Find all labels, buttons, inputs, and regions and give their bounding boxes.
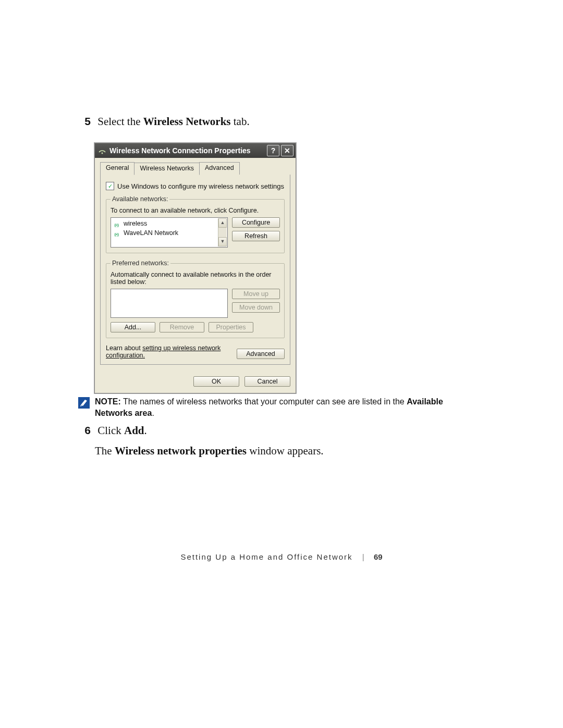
tab-strip: General Wireless Networks Advanced [100,162,290,175]
ok-button[interactable]: OK [193,376,239,387]
learn-about-text: Learn about setting up wireless network … [106,344,228,359]
note-text: NOTE: The names of wireless networks tha… [95,396,454,418]
svg-point-0 [102,153,103,154]
network-icon [114,220,120,227]
step-6-line1: Click Add. [97,424,147,437]
help-button[interactable]: ? [267,145,279,156]
available-hint: To connect to an available network, clic… [111,207,280,214]
refresh-button[interactable]: Refresh [232,231,280,241]
move-down-button: Move down [232,302,280,313]
footer-section: Setting Up a Home and Office Network [180,552,352,561]
preferred-legend: Preferred networks: [111,260,170,267]
preferred-networks-list[interactable] [111,289,228,318]
advanced-button[interactable]: Advanced [237,349,285,359]
step6-l2-pre: The [95,445,115,457]
tab-general[interactable]: General [100,162,134,175]
note-block: NOTE: The names of wireless networks tha… [78,396,454,418]
footer-divider: | [362,552,364,561]
step-5-number: 5 [77,114,91,128]
list-item[interactable]: WaveLAN Network [112,228,226,238]
available-networks-group: Available networks: To connect to an ava… [106,195,285,253]
dialog-title: Wireless Network Connection Properties [109,146,251,155]
scroll-up-icon[interactable]: ▲ [218,218,227,228]
use-windows-checkbox-row: ✓ Use Windows to configure my wireless n… [106,182,285,190]
step-6-number: 6 [77,422,91,439]
use-windows-label: Use Windows to configure my wireless net… [117,182,284,190]
remove-button: Remove [160,322,204,332]
step6-l2-post: window appears. [247,445,324,457]
list-item-label: wireless [124,220,147,227]
step-5-post: tab. [231,115,250,128]
close-button[interactable]: ✕ [281,145,293,156]
network-icon [114,230,120,236]
list-item[interactable]: wireless [112,219,226,228]
configure-button[interactable]: Configure [232,217,280,228]
step-5-bold: Wireless Networks [143,115,231,128]
tab-panel: ✓ Use Windows to configure my wireless n… [100,175,290,365]
step-6-line2: The Wireless network properties window a… [95,442,473,460]
step6-l1-bold: Add [124,424,144,437]
step6-l1-post: . [144,424,147,437]
available-legend: Available networks: [111,195,169,203]
step6-l1-pre: Click [97,424,124,437]
preferred-hint: Automatically connect to available netwo… [111,271,280,286]
step-5-pre: Select the [97,115,143,128]
dialog-titlebar: Wireless Network Connection Properties ?… [95,143,296,158]
page-footer: Setting Up a Home and Office Network | 6… [0,552,563,561]
use-windows-checkbox[interactable]: ✓ [106,182,114,190]
preferred-networks-group: Preferred networks: Automatically connec… [106,260,285,338]
note-label: NOTE: [95,397,121,406]
wireless-properties-dialog: Wireless Network Connection Properties ?… [94,143,296,393]
learn-pre: Learn about [106,344,142,352]
dialog-footer: OK Cancel [95,371,296,393]
step6-l2-bold: Wireless network properties [115,445,247,457]
scrollbar[interactable]: ▲ ▼ [218,218,227,246]
scroll-down-icon[interactable]: ▼ [218,237,227,246]
step-5: 5 Select the Wireless Networks tab. [77,114,473,129]
learn-link[interactable]: setting up wireless network [142,344,221,352]
cancel-button[interactable]: Cancel [244,376,290,387]
note-body: The names of wireless networks that your… [121,397,407,406]
step-5-text: Select the Wireless Networks tab. [97,115,249,128]
note-tail: . [152,409,154,417]
tab-advanced[interactable]: Advanced [199,162,240,175]
add-button[interactable]: Add... [111,322,155,332]
move-up-button: Move up [232,289,280,299]
available-networks-list[interactable]: wireless WaveLAN Network ▲ ▼ [111,217,228,248]
note-icon [78,397,90,409]
page-number: 69 [374,552,383,561]
properties-button: Properties [209,322,253,332]
list-item-label: WaveLAN Network [124,229,178,237]
step-6: 6 Click Add. The Wireless network proper… [77,422,473,459]
learn-link-2[interactable]: configuration. [106,352,145,359]
tab-wireless-networks[interactable]: Wireless Networks [134,163,200,175]
wireless-icon [98,146,106,155]
